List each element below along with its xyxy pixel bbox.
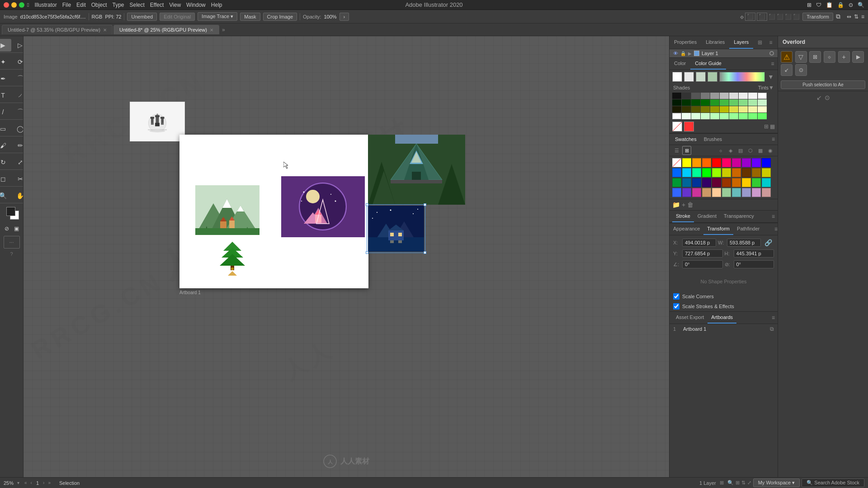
tab-stroke[interactable]: Stroke [672,211,694,222]
align-icon-3[interactable]: ⬛ [769,14,775,20]
swatch-khaki[interactable] [702,188,711,197]
menu-help[interactable]: Help [208,2,225,8]
status-expand-icon[interactable]: ⊞ [718,480,726,486]
color-spectrum[interactable] [719,72,765,82]
status-grid-icon[interactable]: ⊞ [736,480,740,486]
layer-target[interactable] [769,51,774,56]
expand-panels-icon[interactable]: ⇔ [847,14,851,20]
swatch-cyan[interactable] [682,168,691,177]
shade-cell[interactable] [691,106,700,113]
menu-window[interactable]: Window [184,2,208,8]
swatch-blue[interactable] [762,158,771,167]
paintbrush-tool[interactable]: 🖌 [0,139,11,152]
shade-cell[interactable] [758,99,767,106]
scale-corners-checkbox[interactable] [673,293,679,300]
ov-back-icon[interactable]: ↙ [781,64,793,76]
tab-libraries[interactable]: Libraries [701,36,729,49]
shade-cell[interactable] [682,106,691,113]
swatch-icon1[interactable]: ⟐ [716,146,725,155]
swatch-teal[interactable] [762,178,771,187]
swatch-violet[interactable] [752,158,761,167]
image-trace-button[interactable]: Image Trace ▾ [198,12,237,21]
shade-cell[interactable] [739,99,748,106]
shade-cell[interactable] [672,93,681,99]
none-fill-icon[interactable]: ⊘ [2,224,11,233]
swatch-muted-teal[interactable] [732,188,741,197]
pen-tool[interactable]: ✒ [0,72,11,85]
tint-cell[interactable] [701,113,710,119]
window-controls[interactable] [4,2,24,8]
swatch-green[interactable] [702,168,711,177]
foreground-color[interactable] [6,207,15,216]
x-value[interactable]: 494.0018 p [682,239,716,247]
active-color-box4[interactable] [708,72,717,82]
tab-layers[interactable]: Layers [729,36,753,49]
shear-value[interactable]: 0° [734,260,774,268]
spectrum-expand-icon[interactable]: ▼ [767,73,775,81]
swatch-grid-view[interactable]: ⊞ [682,146,691,155]
castle-image[interactable] [130,102,185,141]
active-color-box2[interactable] [684,72,694,82]
tint-cell[interactable] [739,113,748,119]
swatch-icon3[interactable]: ▤ [736,146,745,155]
menu-type[interactable]: Type [109,2,127,8]
zoom-dropdown-icon[interactable]: ▾ [17,480,19,485]
tab-swatches[interactable]: Swatches [672,136,699,143]
ov-link-icon[interactable]: ⟐ [824,51,835,63]
shade-cell[interactable] [710,93,719,99]
stroke-menu[interactable]: ≡ [772,213,775,220]
hand-tool[interactable]: ✋ [12,189,24,202]
swatch-pink[interactable] [722,158,731,167]
align-icon-4[interactable]: ⬛ [777,14,783,20]
help-button[interactable]: ? [9,250,14,258]
menu-file[interactable]: File [60,2,74,8]
swatch-amber[interactable] [732,178,741,187]
ov-push-icon[interactable]: ▶ [852,51,864,63]
tab-gradient[interactable]: Gradient [694,211,720,222]
arrange-icon[interactable]: ⇅ [854,14,859,20]
ov-bottom-icon1[interactable]: ↙ [816,94,822,101]
swatch-lavender[interactable] [752,188,761,197]
green-tree-image[interactable] [197,237,268,278]
swatch-brown-orange[interactable] [732,168,741,177]
swatch-orange[interactable] [692,158,701,167]
swatch-sage[interactable] [722,188,731,197]
swatch-blue2[interactable] [672,168,681,177]
layer-row[interactable]: 👁 🔒 ▶ Layer 1 [670,49,778,57]
tint-cell[interactable] [682,113,691,119]
rect-tool[interactable]: ▭ [0,122,11,135]
canvas-area[interactable]: RRCG.CN 人人素材 RRCG.CN 素材 人人 [24,36,669,477]
swatch-orange2[interactable] [702,158,711,167]
more-icon[interactable]: ≡ [861,14,864,20]
swatch-purple[interactable] [742,158,751,167]
swatch-medium-blue[interactable] [672,188,681,197]
shade-cell[interactable] [720,99,729,106]
layer-edit-icon[interactable]: 🔒 [680,51,686,56]
none-swatch[interactable] [672,122,682,131]
shade-cell[interactable] [710,106,719,113]
swatch-navy[interactable] [692,178,701,187]
shade-cell[interactable] [720,93,729,99]
arc-tool[interactable]: ⌒ [12,106,24,118]
transform-button[interactable]: Transform [802,13,833,21]
tint-cell[interactable] [720,113,729,119]
swatch-rust[interactable] [722,178,731,187]
tab-close-untitled8[interactable]: ✕ [210,28,213,33]
shade-cell[interactable] [758,106,767,113]
scale-tool[interactable]: ⤢ [12,156,24,169]
swatch-red[interactable] [712,158,721,167]
link-icon[interactable]: 🔗 [763,239,774,246]
sys-search-icon[interactable]: 🔍 [858,2,864,8]
tab-untitled7[interactable]: Untitled-7 @ 53.35% (RGB/GPU Preview) ✕ [2,25,113,34]
tint-cell[interactable] [729,113,738,119]
shade-cell[interactable] [739,93,748,99]
mask-button[interactable]: Mask [240,13,260,21]
shade-cell[interactable] [748,99,757,106]
status-zoom-fit-icon[interactable]: ⤢ [747,480,751,486]
shade-cell[interactable] [739,106,748,113]
swatch-periwinkle[interactable] [742,188,751,197]
menu-view[interactable]: View [166,2,184,8]
shade-cell[interactable] [691,99,700,106]
tab-properties[interactable]: Properties [670,36,701,49]
my-workspace-button[interactable]: My Workspace ▾ [753,479,800,487]
